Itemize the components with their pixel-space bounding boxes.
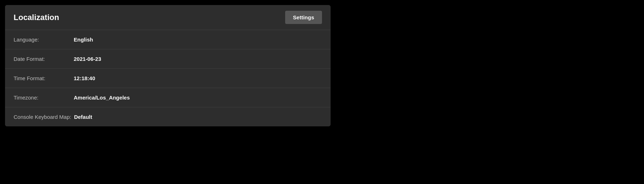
- list-item: Timezone:America/Los_Angeles: [5, 88, 331, 107]
- list-item: Date Format:2021-06-23: [5, 49, 331, 68]
- row-value: Default: [74, 114, 92, 120]
- row-value: English: [74, 37, 93, 43]
- settings-button[interactable]: Settings: [285, 11, 322, 24]
- rows-container: Language:EnglishDate Format:2021-06-23Ti…: [5, 30, 331, 126]
- card-title: Localization: [14, 13, 59, 22]
- card-header: Localization Settings: [5, 5, 331, 30]
- row-label: Console Keyboard Map:: [14, 114, 71, 120]
- row-label: Language:: [14, 37, 71, 43]
- localization-card: Localization Settings Language:EnglishDa…: [5, 5, 331, 126]
- list-item: Time Format:12:18:40: [5, 69, 331, 88]
- list-item: Language:English: [5, 30, 331, 49]
- row-value: 2021-06-23: [74, 56, 101, 62]
- row-label: Date Format:: [14, 56, 71, 62]
- list-item: Console Keyboard Map:Default: [5, 107, 331, 126]
- row-label: Time Format:: [14, 75, 71, 81]
- row-value: 12:18:40: [74, 75, 95, 81]
- row-value: America/Los_Angeles: [74, 95, 130, 101]
- row-label: Timezone:: [14, 95, 71, 101]
